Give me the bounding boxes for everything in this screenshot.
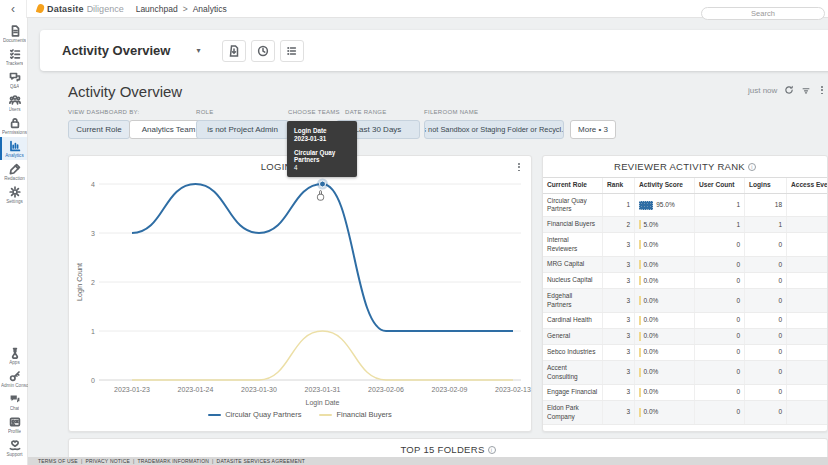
cell-logins: 0 [745,233,787,256]
footer-link-trademark-information[interactable]: TRADEMARK INFORMATION [137,458,209,464]
cell-activity-score: 0.0% [635,233,695,256]
refresh-button[interactable] [784,85,794,95]
cell-user-count: 0 [695,361,745,384]
table-row[interactable]: Cardinal Health30.0%00 [543,313,828,329]
cell-user-count: 0 [695,313,745,328]
sidebar-item-q-a[interactable]: Q&A [0,68,27,91]
activity-score-bar [639,408,641,417]
cell-current-role: Engage Financial [543,385,603,400]
table-row[interactable]: Engage Financial30.0%00 [543,385,828,401]
view-option-current-role[interactable]: Current Role [68,120,130,139]
activity-score-value: 0.0% [644,332,659,340]
report-list-button[interactable] [280,40,304,62]
column-header[interactable]: Activity Score [635,178,695,193]
sidebar-item-documents[interactable]: Documents [0,22,27,45]
column-header[interactable]: Access Events [787,178,828,193]
sidebar-item-settings[interactable]: Settings [0,183,27,206]
cell-access-events [787,313,828,328]
cell-current-role: Internal Reviewers [543,233,603,256]
footer-link-terms-of-use[interactable]: TERMS OF USE [38,458,78,464]
cell-activity-score: 0.0% [635,257,695,272]
sidebar-item-label: Redaction [4,176,25,181]
info-icon[interactable]: i [488,446,496,454]
breadcrumb-analytics[interactable]: Analytics [193,4,227,14]
schedule-button[interactable] [251,40,275,62]
app-window: ‹ Datasite Diligence Launchpad > Analyti… [0,0,828,465]
footer-separator: | [133,458,135,464]
cell-logins: 0 [745,385,787,400]
sidebar-item-analytics[interactable]: Analytics [0,137,27,160]
sidebar-item-permissions[interactable]: Permissions [0,114,27,137]
export-button[interactable] [222,40,246,62]
list-icon [286,45,298,57]
column-header[interactable]: User Count [695,178,745,193]
more-filters-chip[interactable]: More • 3 [570,120,616,139]
column-header[interactable]: Logins [745,178,787,193]
footer-link-privacy-notice[interactable]: PRIVACY NOTICE [85,458,130,464]
cell-logins: 18 [745,194,787,217]
table-row[interactable]: Eldon Park Company30.0%00 [543,401,828,425]
legend-item-circular-quay-partners[interactable]: Circular Quay Partners [208,410,301,419]
x-tick-label: 2023-02-13 [495,386,531,393]
footer-link-datasite-services-agreement[interactable]: DATASITE SERVICES AGREEMENT [217,458,305,464]
search-input[interactable] [701,7,825,20]
cell-rank: 3 [603,345,635,360]
table-row[interactable]: Nucleus Capital30.0%00 [543,273,828,289]
activity-score-value: 95.0% [656,201,674,209]
cell-logins: 0 [745,345,787,360]
table-row[interactable]: Internal Reviewers30.0%00 [543,233,828,257]
activity-score-bar [639,240,641,249]
back-button[interactable]: ‹ [0,0,27,18]
cell-current-role: Sebco Industries [543,345,603,360]
legend-item-financial-buyers[interactable]: Financial Buyers [319,410,391,419]
sidebar-item-profile[interactable]: Profile [0,413,27,436]
table-row[interactable]: General30.0%00 [543,329,828,345]
sidebar-item-trackers[interactable]: Trackers [0,45,27,68]
dashboard-menu-button[interactable] [818,85,826,95]
role-filter-chip[interactable]: is not Project Admin [196,120,289,139]
cell-current-role: General [543,329,603,344]
breadcrumb: Launchpad > Analytics [136,4,227,14]
brand-logo[interactable]: Datasite Diligence [37,4,124,14]
cell-activity-score: 0.0% [635,273,695,288]
y-tick-label: 1 [91,328,95,335]
sidebar-item-users[interactable]: Users [0,91,27,114]
chart-menu-button[interactable] [515,162,523,172]
info-icon[interactable]: i [748,163,756,171]
series-line-circular-quay-partners[interactable] [132,184,513,331]
sidebar-item-apps[interactable]: Apps [0,344,27,367]
activity-score-bar [639,368,641,377]
filter-button[interactable] [801,85,811,95]
column-header[interactable]: Rank [603,178,635,193]
redaction-icon [9,163,21,175]
cell-current-role: Accent Consulting [543,361,603,384]
sidebar-item-chat[interactable]: Chat [0,390,27,413]
cell-access-events [787,233,828,256]
table-row[interactable]: Edgehall Partners30.0%00 [543,289,828,313]
table-row[interactable]: Financial Buyers25.0%11 [543,217,828,233]
sidebar-item-support[interactable]: Support [0,436,27,459]
table-row[interactable]: Sebco Industries30.0%00 [543,345,828,361]
login-activity-chart[interactable]: 012342023-01-232023-01-242023-01-302023-… [69,174,533,409]
series-line-financial-buyers[interactable] [132,331,513,380]
sidebar-top-group: DocumentsTrackersQ&AUsersPermissionsAnal… [0,18,27,206]
breadcrumb-launchpad[interactable]: Launchpad [136,4,178,14]
cell-current-role: Financial Buyers [543,217,603,232]
report-selector[interactable]: Activity Overview ▾ [62,43,200,58]
sidebar-bottom-group: AppsAdmin ConsoleChatProfileSupport [0,344,27,465]
sidebar-item-admin-console[interactable]: Admin Console [0,367,27,390]
choose-teams-label: CHOOSE TEAMS [288,109,340,115]
cell-activity-score: 0.0% [635,361,695,384]
table-row[interactable]: Accent Consulting30.0%00 [543,361,828,385]
column-header[interactable]: Current Role [543,178,603,193]
y-tick-label: 4 [91,181,95,188]
cell-user-count: 0 [695,401,745,424]
activity-score-bar [639,388,641,397]
role-filter-label: ROLE [196,109,214,115]
reviewer-activity-rank-panel: REVIEWER ACTIVITY RANKi Current RoleRank… [542,155,828,432]
reviewer-rank-table: Current RoleRankActivity ScoreUser Count… [543,177,828,425]
sidebar-item-redaction[interactable]: Redaction [0,160,27,183]
table-row[interactable]: Circular Quay Partners195.0%118 [543,194,828,218]
fileroom-filter-chip[interactable]: is not Sandbox or Staging Folder or Recy… [424,120,564,139]
table-row[interactable]: MRG Capital30.0%00 [543,257,828,273]
